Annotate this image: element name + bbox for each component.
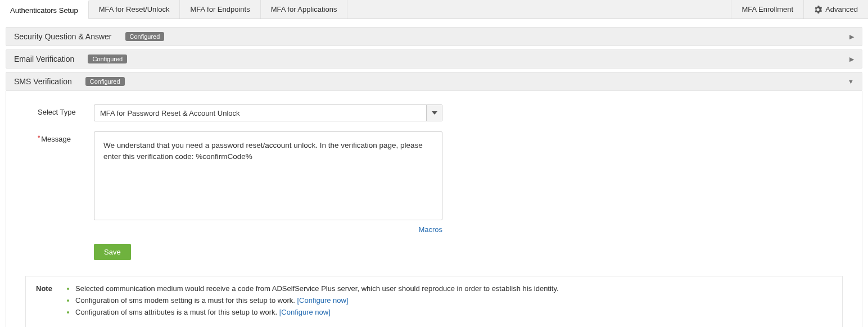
chevron-down-icon	[426, 105, 442, 121]
note-label: Note	[36, 284, 65, 293]
accordion-title: Email Verification	[14, 54, 74, 63]
status-badge: Configured	[85, 77, 125, 86]
gear-icon	[814, 6, 822, 13]
tab-spacer	[347, 0, 731, 19]
message-textarea[interactable]	[94, 131, 442, 220]
select-type-dropdown[interactable]: MFA for Password Reset & Account Unlock	[94, 105, 442, 121]
sms-verification-panel: Select Type MFA for Password Reset & Acc…	[6, 91, 862, 327]
note-text: Configuration of sms modem setting is a …	[75, 296, 297, 305]
note-list: Selected communication medium would rece…	[65, 284, 559, 320]
tab-mfa-enrollment[interactable]: MFA Enrollment	[731, 0, 803, 19]
configure-now-link[interactable]: [Configure now]	[279, 308, 331, 316]
save-button[interactable]: Save	[94, 244, 131, 260]
accordion-email-verification[interactable]: Email Verification Configured ▶	[6, 49, 862, 69]
note-text: Configuration of sms attributes is a mus…	[75, 308, 279, 316]
select-type-label: Select Type	[21, 105, 94, 116]
accordion-title: Security Question & Answer	[14, 32, 112, 41]
chevron-down-icon: ▼	[848, 78, 854, 85]
note-text: Selected communication medium would rece…	[75, 284, 559, 293]
accordion-sms-verification[interactable]: SMS Verification Configured ▼	[6, 72, 862, 91]
tab-advanced-label: Advanced	[825, 5, 858, 13]
tab-mfa-applications[interactable]: MFA for Applications	[261, 0, 348, 19]
status-badge: Configured	[125, 32, 165, 41]
note-box: Note Selected communication medium would…	[25, 276, 843, 327]
tab-mfa-endpoints[interactable]: MFA for Endpoints	[180, 0, 260, 19]
accordion-title: SMS Verification	[14, 77, 72, 86]
tab-bar: Authenticators Setup MFA for Reset/Unloc…	[0, 0, 868, 19]
note-item: Configuration of sms modem setting is a …	[75, 296, 559, 305]
note-item: Selected communication medium would rece…	[75, 284, 559, 293]
tab-advanced[interactable]: Advanced	[803, 0, 868, 19]
chevron-right-icon: ▶	[849, 56, 854, 63]
macros-link[interactable]: Macros	[418, 225, 442, 234]
accordion-security-qa[interactable]: Security Question & Answer Configured ▶	[6, 27, 862, 46]
configure-now-link[interactable]: [Configure now]	[297, 296, 349, 305]
select-type-value: MFA for Password Reset & Account Unlock	[94, 105, 426, 121]
tab-mfa-reset-unlock[interactable]: MFA for Reset/Unlock	[89, 0, 180, 19]
chevron-right-icon: ▶	[849, 33, 854, 40]
message-label: Message	[21, 131, 94, 143]
status-badge: Configured	[88, 54, 127, 63]
note-item: Configuration of sms attributes is a mus…	[75, 308, 559, 316]
tab-authenticators-setup[interactable]: Authenticators Setup	[0, 0, 89, 19]
